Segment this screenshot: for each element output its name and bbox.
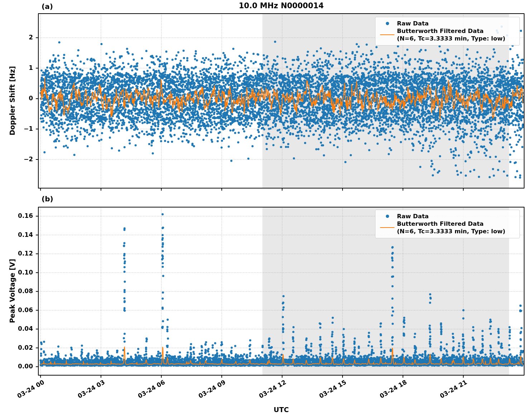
- filtered-line-marker-icon: [378, 227, 397, 228]
- y-tick-label: 0.04: [9, 325, 33, 332]
- legend-row-filtered: Butterworth Filtered Data (N=6, Tc=3.333…: [378, 27, 517, 42]
- y-tick-label: 2: [12, 34, 33, 41]
- y-tick-label: 0.06: [9, 306, 33, 314]
- raw-data-marker-icon: [378, 22, 397, 25]
- panel-a-label: (a): [42, 2, 53, 11]
- y-tick-label: 0.00: [9, 363, 33, 370]
- y-tick-label: 0: [12, 95, 33, 102]
- y-tick-label: 0.10: [9, 269, 33, 276]
- y-tick-label: 0.14: [9, 231, 33, 238]
- panel-b-label: (b): [42, 195, 53, 203]
- legend-row-raw: Raw Data: [378, 20, 517, 27]
- legend-raw-label: Raw Data: [397, 213, 429, 220]
- x-axis-label: UTC: [38, 406, 524, 414]
- y-tick-label: 0.12: [9, 250, 33, 257]
- legend-filtered-label: Butterworth Filtered Data (N=6, Tc=3.333…: [397, 27, 506, 42]
- legend-row-raw: Raw Data: [378, 213, 517, 220]
- y-tick-label: 1: [12, 64, 33, 71]
- chart-title: 10.0 MHz N0000014: [38, 1, 524, 10]
- y-tick-label: −1: [12, 125, 33, 132]
- y-tick-label: 0.08: [9, 287, 33, 295]
- raw-data-marker-icon: [378, 215, 397, 218]
- legend-row-filtered: Butterworth Filtered Data (N=6, Tc=3.333…: [378, 220, 517, 235]
- legend-panel-b: Raw Data Butterworth Filtered Data (N=6,…: [375, 210, 520, 238]
- legend-panel-a: Raw Data Butterworth Filtered Data (N=6,…: [375, 17, 520, 46]
- legend-raw-label: Raw Data: [397, 20, 429, 27]
- figure: 10.0 MHz N0000014 (a) (b) Doppler Shift …: [0, 0, 527, 420]
- y-tick-label: 0.16: [9, 212, 33, 219]
- filtered-line-marker-icon: [378, 34, 397, 35]
- y-tick-label: −2: [12, 156, 33, 163]
- y-tick-label: 0.02: [9, 344, 33, 351]
- legend-filtered-label: Butterworth Filtered Data (N=6, Tc=3.333…: [397, 220, 506, 235]
